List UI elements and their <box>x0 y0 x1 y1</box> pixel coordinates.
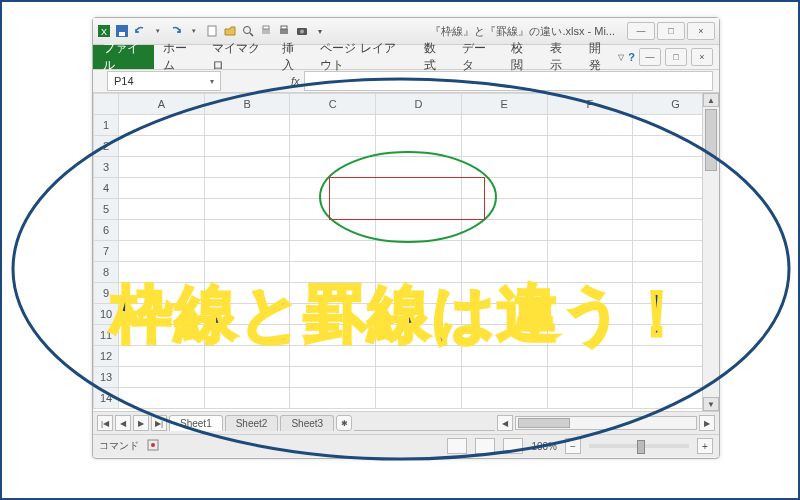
open-icon[interactable] <box>223 24 237 38</box>
qat-more-icon[interactable]: ▾ <box>313 24 327 38</box>
formula-input[interactable] <box>304 71 713 91</box>
excel-window: X ▾ ▾ ▾ 『枠線』と『罫線』の違い.xlsx - Mi... — □ × … <box>92 17 720 459</box>
col-header[interactable]: B <box>204 94 290 115</box>
row-header[interactable]: 11 <box>94 325 119 346</box>
sheet-tab-2[interactable]: Sheet2 <box>225 415 279 431</box>
zoom-in-button[interactable]: + <box>697 438 713 454</box>
tab-review[interactable]: 校閲 <box>502 45 541 69</box>
tab-developer[interactable]: 開発 <box>580 45 619 69</box>
minimize-button[interactable]: — <box>627 22 655 40</box>
row-header[interactable]: 13 <box>94 367 119 388</box>
col-header[interactable]: D <box>376 94 462 115</box>
row-header[interactable]: 12 <box>94 346 119 367</box>
column-header-row: A B C D E F G <box>94 94 719 115</box>
vertical-scrollbar[interactable]: ▲ ▼ <box>702 93 719 411</box>
window-buttons: — □ × <box>627 22 715 40</box>
horizontal-scrollbar[interactable] <box>515 416 697 430</box>
undo-icon[interactable] <box>133 24 147 38</box>
name-box-dropdown-icon[interactable]: ▾ <box>210 77 214 86</box>
zoom-out-button[interactable]: − <box>565 438 581 454</box>
view-normal-button[interactable] <box>447 438 467 454</box>
print-preview-icon[interactable] <box>241 24 255 38</box>
row-header[interactable]: 9 <box>94 283 119 304</box>
doc-minimize-button[interactable]: — <box>639 48 661 66</box>
redo-icon[interactable] <box>169 24 183 38</box>
tab-formulas[interactable]: 数式 <box>415 45 454 69</box>
scroll-up-icon[interactable]: ▲ <box>703 93 719 107</box>
tab-pagelayout[interactable]: ページ レイアウト <box>311 45 414 69</box>
svg-point-5 <box>244 27 251 34</box>
formula-bar: P14 ▾ fx <box>93 70 719 93</box>
row-header[interactable]: 4 <box>94 178 119 199</box>
hscroll-thumb[interactable] <box>518 418 570 428</box>
tab-view[interactable]: 表示 <box>541 45 580 69</box>
help-icon[interactable]: ? <box>628 51 635 63</box>
status-mode: コマンド <box>99 439 139 453</box>
tab-nav-prev[interactable]: ◀ <box>115 415 131 431</box>
view-pagebreak-button[interactable] <box>503 438 523 454</box>
row-header[interactable]: 1 <box>94 115 119 136</box>
file-tab[interactable]: ファイル <box>93 45 154 69</box>
undo-menu-icon[interactable]: ▾ <box>151 24 165 38</box>
svg-rect-4 <box>208 26 216 36</box>
excel-icon: X <box>97 24 111 38</box>
tab-nav-first[interactable]: |◀ <box>97 415 113 431</box>
new-sheet-button[interactable]: ✱ <box>336 415 352 431</box>
row-header-selected[interactable]: 14 <box>94 388 119 409</box>
status-bar: コマンド 100% − + <box>93 434 719 457</box>
svg-rect-7 <box>262 29 270 34</box>
svg-line-6 <box>250 33 253 36</box>
zoom-level[interactable]: 100% <box>531 441 557 452</box>
hscroll-left[interactable]: ◀ <box>497 415 513 431</box>
sheet-table: A B C D E F G 1 2 3 4 5 6 7 8 9 10 11 <box>93 93 719 409</box>
sheet-tab-3[interactable]: Sheet3 <box>280 415 334 431</box>
tab-nav-last[interactable]: ▶| <box>151 415 167 431</box>
row-header[interactable]: 7 <box>94 241 119 262</box>
col-header[interactable]: C <box>290 94 376 115</box>
tab-mymacro[interactable]: マイマクロ <box>203 45 273 69</box>
doc-restore-button[interactable]: □ <box>665 48 687 66</box>
view-pagelayout-button[interactable] <box>475 438 495 454</box>
scroll-thumb[interactable] <box>705 109 717 171</box>
col-header[interactable]: E <box>461 94 547 115</box>
zoom-slider[interactable] <box>589 444 689 448</box>
new-icon[interactable] <box>205 24 219 38</box>
svg-point-14 <box>151 443 155 447</box>
redo-menu-icon[interactable]: ▾ <box>187 24 201 38</box>
col-header[interactable]: F <box>547 94 633 115</box>
sheet-tab-bar: |◀ ◀ ▶ ▶| Sheet1 Sheet2 Sheet3 ✱ ◀ ▶ <box>93 411 719 434</box>
svg-text:X: X <box>101 27 107 37</box>
row-header[interactable]: 8 <box>94 262 119 283</box>
print-icon[interactable] <box>277 24 291 38</box>
name-box[interactable]: P14 ▾ <box>107 71 221 91</box>
sheet-tab-1[interactable]: Sheet1 <box>169 415 223 431</box>
plus-icon: ✱ <box>341 419 348 428</box>
quick-print-icon[interactable] <box>259 24 273 38</box>
select-all-corner[interactable] <box>94 94 119 115</box>
row-header[interactable]: 10 <box>94 304 119 325</box>
tab-nav-next[interactable]: ▶ <box>133 415 149 431</box>
tab-home[interactable]: ホーム <box>154 45 203 69</box>
cell-reference: P14 <box>114 75 134 87</box>
tab-data[interactable]: データ <box>453 45 502 69</box>
maximize-button[interactable]: □ <box>657 22 685 40</box>
svg-rect-8 <box>263 26 269 29</box>
save-icon[interactable] <box>115 24 129 38</box>
close-button[interactable]: × <box>687 22 715 40</box>
image-frame: X ▾ ▾ ▾ 『枠線』と『罫線』の違い.xlsx - Mi... — □ × … <box>0 0 800 500</box>
row-header[interactable]: 6 <box>94 220 119 241</box>
macro-record-icon[interactable] <box>147 439 159 453</box>
row-header[interactable]: 5 <box>94 199 119 220</box>
camera-icon[interactable] <box>295 24 309 38</box>
fx-label[interactable]: fx <box>291 75 300 87</box>
row-header[interactable]: 3 <box>94 157 119 178</box>
col-header[interactable]: A <box>119 94 205 115</box>
svg-point-12 <box>300 30 304 34</box>
doc-close-button[interactable]: × <box>691 48 713 66</box>
row-header[interactable]: 2 <box>94 136 119 157</box>
worksheet-grid[interactable]: A B C D E F G 1 2 3 4 5 6 7 8 9 10 11 <box>93 93 719 411</box>
tab-insert[interactable]: 挿入 <box>273 45 312 69</box>
scroll-down-icon[interactable]: ▼ <box>703 397 719 411</box>
ribbon-help: ▽ ? — □ × <box>618 45 719 69</box>
hscroll-right[interactable]: ▶ <box>699 415 715 431</box>
